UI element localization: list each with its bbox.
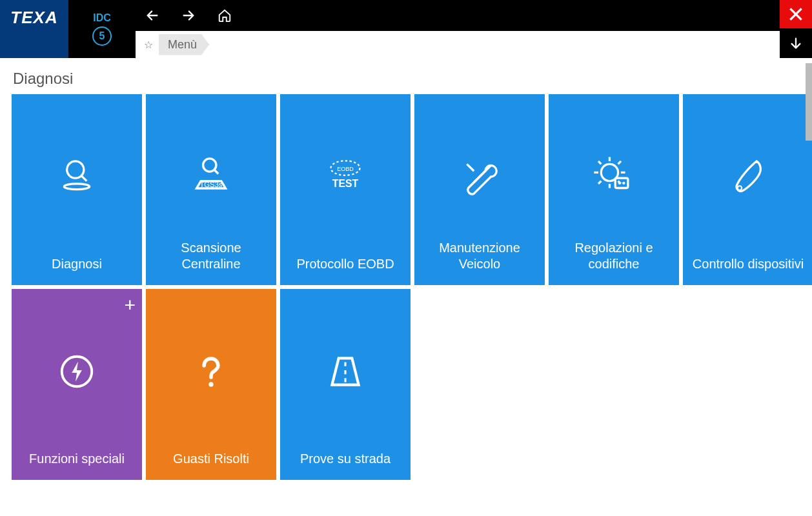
- plus-icon: +: [124, 294, 136, 316]
- app-version-badge: 5: [92, 26, 112, 46]
- nav-area: ☆ Menù: [136, 0, 812, 58]
- tile-label: Funzioni speciali: [15, 451, 138, 467]
- home-button[interactable]: [214, 5, 235, 26]
- tile-protocollo-eobd[interactable]: EOBDTEST Protocollo EOBD: [280, 94, 411, 285]
- svg-point-9: [618, 182, 620, 184]
- tile-label: Protocollo EOBD: [284, 256, 407, 272]
- tile-label: Regolazioni e codifiche: [553, 240, 675, 272]
- breadcrumb-bar: ☆ Menù: [136, 31, 780, 58]
- tile-guasti-risolti[interactable]: Guasti Risolti: [146, 289, 276, 480]
- svg-text:EOBD: EOBD: [337, 166, 354, 172]
- app-name: IDC: [93, 12, 111, 24]
- tile-label: Diagnosi: [15, 256, 138, 272]
- arrow-right-icon: [181, 8, 196, 23]
- question-icon: [188, 348, 234, 395]
- maintenance-icon: [456, 154, 503, 200]
- tile-funzioni-speciali[interactable]: + Funzioni speciali: [12, 289, 142, 480]
- title-bar: TEXA IDC 5 ☆ Menù: [0, 0, 812, 58]
- ecu-scan-icon: TGS3s: [188, 154, 234, 200]
- bolt-icon: [54, 348, 100, 395]
- back-button[interactable]: [142, 5, 163, 26]
- arrow-left-icon: [145, 8, 159, 23]
- road-test-icon: [322, 348, 369, 395]
- tile-grid: Diagnosi TGS3s Scansione Centraline EOBD…: [0, 94, 812, 480]
- tile-label: Guasti Risolti: [150, 451, 272, 467]
- svg-point-1: [64, 184, 89, 190]
- svg-text:TGS3s: TGS3s: [199, 181, 222, 188]
- tile-label: Controllo dispositivi: [687, 256, 809, 272]
- settings-cog-icon: [591, 154, 637, 200]
- device-check-icon: [725, 154, 771, 200]
- svg-point-10: [623, 182, 625, 184]
- tile-label: Scansione Centraline: [150, 240, 272, 272]
- svg-point-13: [208, 382, 213, 386]
- home-icon: [218, 8, 232, 23]
- svg-point-11: [738, 186, 742, 190]
- brand-logo-text: TEXA: [10, 8, 57, 28]
- tile-label: Prove su strada: [284, 451, 407, 467]
- scrollbar[interactable]: [806, 63, 812, 141]
- favorite-icon[interactable]: ☆: [141, 39, 156, 51]
- tile-controllo-dispositivi[interactable]: Controllo dispositivi: [683, 94, 812, 285]
- tile-scansione-centraline[interactable]: TGS3s Scansione Centraline: [146, 94, 276, 285]
- close-icon: [787, 6, 804, 23]
- close-button[interactable]: [780, 0, 812, 28]
- diagnosis-icon: [54, 154, 100, 200]
- nav-buttons-row: [136, 0, 812, 31]
- expand-down-button[interactable]: [780, 28, 812, 58]
- eobd-test-icon: EOBDTEST: [322, 154, 369, 200]
- forward-button[interactable]: [178, 5, 199, 26]
- tile-prove-su-strada[interactable]: Prove su strada: [280, 289, 411, 480]
- breadcrumb-item[interactable]: Menù: [159, 34, 209, 55]
- tile-label: Manutenzione Veicolo: [418, 240, 541, 272]
- page-title: Diagnosi: [0, 58, 812, 94]
- svg-text:TEST: TEST: [332, 178, 359, 189]
- tile-manutenzione-veicolo[interactable]: Manutenzione Veicolo: [414, 94, 545, 285]
- tile-regolazioni-codifiche[interactable]: Regolazioni e codifiche: [549, 94, 679, 285]
- app-id-block: IDC 5: [68, 0, 136, 58]
- arrow-down-icon: [789, 36, 803, 50]
- tile-diagnosi[interactable]: Diagnosi: [12, 94, 142, 285]
- brand-logo: TEXA: [0, 0, 68, 58]
